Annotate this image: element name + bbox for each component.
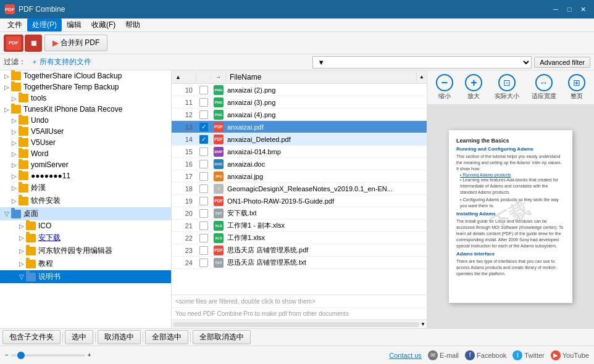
- table-row[interactable]: 24 TXT 思迅天店 店铺管理系统.txt: [172, 257, 427, 269]
- include-subfolders-button[interactable]: 包含子文件夹: [2, 330, 61, 344]
- menu-help[interactable]: 帮助: [120, 19, 145, 31]
- actual-size-button[interactable]: ⊡ 实际大小: [491, 73, 523, 102]
- file-name: GeomagicDesignX_ReleaseNotes_v2019.0.1_e…: [226, 185, 427, 192]
- row-checkbox[interactable]: [196, 86, 211, 94]
- fit-width-icon: ↔: [535, 74, 553, 91]
- row-checkbox[interactable]: [196, 110, 211, 119]
- zoom-in-button[interactable]: + 放大: [461, 73, 486, 102]
- row-checkbox[interactable]: ✓: [196, 135, 211, 144]
- tree-item-manual[interactable]: ▽ 说明书: [0, 270, 171, 283]
- header-scroll-up[interactable]: ▲: [417, 74, 427, 80]
- table-row[interactable]: 16 DOC anxaizai.doc: [172, 158, 427, 170]
- tree-item-jing[interactable]: ▷ 姈漢: [0, 181, 171, 194]
- slider-track[interactable]: [11, 354, 85, 357]
- table-row[interactable]: 19 PDF ON1-Photo-RAW-2019-5-Guide.pdf: [172, 195, 427, 207]
- row-checkbox[interactable]: [196, 98, 211, 107]
- tree-item-undo[interactable]: ▷ Undo: [0, 115, 171, 126]
- row-checkbox[interactable]: [196, 184, 211, 193]
- row-checkbox[interactable]: [196, 246, 211, 255]
- preview-panel: − 缩小 + 放大 ⊡ 实际大小 ↔ 适应宽度 ⊞ 整页 Learning th: [427, 70, 594, 328]
- table-row[interactable]: 10 PNG anxaizai (2).png: [172, 84, 427, 96]
- file-type-icon: TXT: [211, 258, 226, 268]
- table-row[interactable]: 15 BMP anxaizai-014.bmp: [172, 146, 427, 158]
- menu-favorites[interactable]: 收藏(F): [86, 19, 120, 31]
- expand-icon: ▷: [10, 149, 19, 158]
- youtube-link[interactable]: ▶ YouTube: [551, 350, 589, 360]
- row-checkbox[interactable]: [196, 221, 211, 230]
- fit-width-button[interactable]: ↔ 适应宽度: [528, 73, 560, 102]
- twitter-label: Twitter: [524, 352, 544, 359]
- horizontal-scrollbar[interactable]: ▼: [172, 320, 427, 328]
- tree-item-word[interactable]: ▷ Word: [0, 148, 171, 159]
- tree-item-tuneskit[interactable]: ▷ TunesKit iPhone Data Recove: [0, 104, 171, 115]
- table-row[interactable]: 14 ✓ PDF anxaizai_Deleted.pdf: [172, 133, 427, 146]
- row-checkbox[interactable]: [196, 147, 211, 156]
- deselect-all-button[interactable]: 全部取消选中: [193, 330, 251, 344]
- tree-item-tutorial[interactable]: ▷ 教程: [0, 257, 171, 270]
- sort-icon: ▲: [175, 74, 181, 80]
- row-checkbox[interactable]: [196, 160, 211, 168]
- tree-item-editor[interactable]: ▷ 河东软件园专用编辑器: [0, 244, 171, 257]
- menu-file[interactable]: 文件: [2, 19, 27, 31]
- menu-edit[interactable]: 编辑: [62, 19, 86, 31]
- table-row[interactable]: 11 PNG anxaizai (3).png: [172, 96, 427, 109]
- tree-item-tools[interactable]: ▷ tools: [0, 93, 171, 104]
- table-row[interactable]: 17 JPG anxaizai.jpg: [172, 170, 427, 183]
- file-name: 工作簿1.xlsx: [226, 233, 427, 242]
- table-row[interactable]: 20 TXT 安下载.txt: [172, 207, 427, 220]
- tree-item-v5user[interactable]: ▷ V5User: [0, 137, 171, 148]
- tree-item-togethershare-temp[interactable]: ▷ TogetherShare Temp Backup: [0, 81, 171, 93]
- tree-item-ico[interactable]: ▷ ICO: [0, 220, 171, 231]
- row-checkbox[interactable]: [196, 172, 211, 181]
- row-checkbox[interactable]: ✓: [196, 123, 211, 131]
- expand-icon: ▷: [2, 72, 11, 80]
- tree-item-v5alluser[interactable]: ▷ V5AllUser: [0, 126, 171, 137]
- select-button[interactable]: 选中: [65, 330, 93, 344]
- folder-icon-blue: [11, 210, 21, 218]
- tree-item-software-install[interactable]: ▷ 软件安装: [0, 194, 171, 207]
- table-row[interactable]: 21 XLS 工作簿1 - 副本.xlsx: [172, 220, 427, 232]
- table-row[interactable]: 13 ✓ PDF anxaizai.pdf: [172, 121, 427, 133]
- zoom-slider[interactable]: − +: [5, 352, 91, 358]
- expand-icon: ▷: [17, 234, 26, 242]
- file-notice-1[interactable]: <some files are filtered, double click t…: [172, 295, 427, 307]
- file-scroll-area[interactable]: 10 PNG anxaizai (2).png 11 PNG anxaizai …: [172, 84, 427, 294]
- full-page-button[interactable]: ⊞ 整页: [564, 73, 589, 102]
- tree-item-yomiserver[interactable]: ▷ yomiServer: [0, 159, 171, 170]
- contact-us-link[interactable]: Contact us: [389, 352, 422, 359]
- row-checkbox[interactable]: [196, 197, 211, 205]
- facebook-icon: f: [465, 350, 475, 360]
- email-link[interactable]: ✉ E-mail: [428, 350, 459, 360]
- filename-arrow: →: [215, 74, 221, 80]
- header-filename[interactable]: FileName: [226, 72, 417, 83]
- select-all-button[interactable]: 全部选中: [145, 330, 188, 344]
- advanced-filter-button[interactable]: Advanced filter: [534, 57, 590, 68]
- tree-item-desktop[interactable]: ▽ 桌面: [0, 207, 171, 220]
- maximize-button[interactable]: □: [563, 3, 575, 15]
- minimize-button[interactable]: ─: [550, 3, 562, 15]
- row-checkbox[interactable]: [196, 234, 211, 242]
- slider-thumb: [17, 352, 25, 359]
- expand-icon: ▷: [10, 160, 19, 169]
- file-type-icon: JPG: [211, 172, 226, 181]
- menu-process[interactable]: 处理(P): [27, 19, 62, 31]
- row-checkbox[interactable]: [196, 259, 211, 267]
- twitter-link[interactable]: t Twitter: [512, 350, 544, 360]
- facebook-link[interactable]: f Facebook: [465, 350, 506, 360]
- table-row[interactable]: 18 ? GeomagicDesignX_ReleaseNotes_v2019.…: [172, 183, 427, 195]
- folder-icon: [19, 160, 28, 169]
- table-row[interactable]: 22 XLS 工作簿1.xlsx: [172, 232, 427, 244]
- deselect-button[interactable]: 取消选中: [98, 330, 141, 344]
- table-row[interactable]: 23 PDF 思迅天店 店铺管理系统.pdf: [172, 244, 427, 257]
- file-name: 工作簿1 - 副本.xlsx: [226, 221, 427, 230]
- tree-item-dots[interactable]: ▷ ●●●●●●●11: [0, 170, 171, 181]
- close-button[interactable]: ✕: [577, 3, 589, 15]
- merge-button[interactable]: ▶ 合并到 PDF: [44, 35, 107, 51]
- table-row[interactable]: 12 PNG anxaizai (4).png: [172, 109, 427, 121]
- row-checkbox[interactable]: [196, 209, 211, 218]
- zoom-out-button[interactable]: − 缩小: [432, 73, 457, 102]
- tree-item-togethershare-icloud[interactable]: ▷ TogetherShare iCloud Backup: [0, 70, 171, 81]
- tree-item-andzaizai[interactable]: ▷ 安下载: [0, 231, 171, 244]
- filter-add-button[interactable]: ＋ 所有支持的文件: [28, 56, 94, 68]
- filter-dropdown[interactable]: ▼: [312, 56, 532, 68]
